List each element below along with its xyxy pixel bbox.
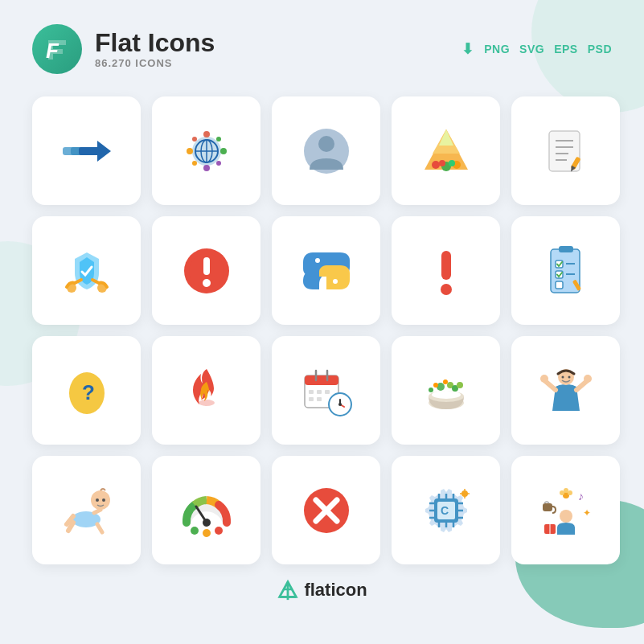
svg-point-125 — [564, 488, 568, 493]
svg-point-77 — [443, 379, 448, 384]
icon-user-avatar — [296, 121, 356, 181]
icon-card-user-avatar[interactable] — [272, 96, 380, 205]
svg-point-97 — [215, 527, 223, 535]
icon-python — [296, 240, 356, 301]
icon-card-calendar-clock[interactable] — [272, 336, 380, 445]
icon-card-task-list[interactable] — [511, 216, 620, 325]
svg-point-26 — [439, 160, 445, 166]
format-svg: SVG — [519, 43, 544, 55]
svg-marker-22 — [439, 129, 453, 146]
svg-point-11 — [187, 148, 193, 154]
svg-rect-47 — [559, 246, 573, 252]
icon-card-stress-person[interactable] — [511, 336, 620, 445]
header-left: F Flat Icons 86.270 ICONS — [32, 24, 215, 74]
svg-point-95 — [191, 527, 199, 535]
icon-card-salad-bowl[interactable] — [392, 336, 500, 445]
icon-security-handshake — [56, 240, 117, 301]
icon-count: 86.270 ICONS — [95, 57, 215, 69]
svg-point-78 — [457, 382, 463, 388]
svg-marker-4 — [97, 141, 111, 162]
svg-point-92 — [102, 498, 105, 502]
icon-card-baby-crawl[interactable] — [32, 456, 141, 564]
svg-text:?: ? — [82, 380, 95, 404]
icon-card-hobbies-person[interactable]: ♪ ✦ — [511, 456, 620, 564]
svg-point-126 — [568, 490, 572, 495]
format-png: PNG — [484, 43, 510, 55]
icon-hobbies-person: ♪ ✦ — [535, 480, 596, 540]
svg-point-42 — [315, 258, 320, 263]
svg-point-127 — [560, 490, 564, 495]
flaticon-logo: flaticon — [277, 579, 367, 601]
footer: flaticon — [32, 579, 612, 601]
svg-point-23 — [432, 161, 440, 169]
svg-line-88 — [94, 510, 100, 513]
svg-rect-40 — [203, 257, 210, 275]
svg-point-15 — [216, 137, 221, 142]
icon-card-question-egg[interactable]: ? — [32, 336, 141, 445]
icon-stress-person — [535, 360, 596, 420]
svg-point-43 — [333, 279, 338, 284]
icon-exclamation — [416, 240, 476, 301]
icon-fire — [176, 360, 236, 420]
svg-point-17 — [216, 161, 221, 166]
format-psd: PSD — [588, 43, 612, 55]
icon-card-food-pyramid[interactable] — [392, 96, 500, 205]
svg-rect-62 — [317, 390, 322, 394]
svg-point-19 — [318, 136, 334, 152]
footer-brand: flaticon — [304, 580, 367, 601]
header: F Flat Icons 86.270 ICONS ⬇ PNG SVG EPS … — [32, 24, 612, 74]
svg-point-41 — [203, 279, 211, 287]
svg-point-82 — [584, 375, 592, 383]
icon-card-cpu-gear[interactable]: C — [392, 456, 500, 564]
svg-text:♪: ♪ — [578, 490, 584, 502]
svg-point-10 — [203, 131, 210, 137]
svg-text:C: C — [441, 504, 449, 517]
svg-point-37 — [97, 283, 107, 293]
icon-card-close-error[interactable] — [272, 456, 380, 564]
icon-cpu-gear: C — [416, 480, 476, 540]
svg-rect-50 — [556, 281, 563, 289]
svg-point-45 — [441, 284, 452, 295]
svg-point-81 — [540, 375, 548, 383]
svg-rect-122 — [543, 503, 552, 511]
icon-card-speedometer[interactable] — [152, 456, 260, 564]
svg-point-36 — [67, 283, 76, 293]
svg-point-84 — [568, 375, 570, 378]
svg-point-83 — [561, 375, 564, 378]
icon-card-global-network[interactable] — [152, 96, 260, 205]
svg-point-12 — [220, 148, 227, 154]
svg-rect-58 — [305, 375, 338, 385]
icon-task-list — [535, 240, 596, 301]
icon-food-pyramid — [416, 121, 476, 181]
svg-point-72 — [432, 391, 461, 399]
icon-calendar-clock — [296, 360, 356, 420]
icon-error-alert — [176, 240, 236, 301]
icon-card-forward-arrow[interactable] — [32, 96, 141, 205]
svg-point-75 — [433, 383, 438, 388]
logo: F — [32, 24, 82, 74]
svg-text:✦: ✦ — [583, 507, 591, 519]
svg-point-79 — [429, 388, 433, 392]
svg-rect-44 — [441, 251, 451, 280]
svg-point-91 — [96, 498, 99, 502]
icon-question-egg: ? — [56, 360, 117, 420]
svg-point-69 — [338, 403, 342, 406]
page-title: Flat Icons — [95, 29, 215, 57]
icon-card-python[interactable] — [272, 216, 380, 325]
icon-card-exclamation[interactable] — [392, 216, 500, 325]
icon-close-error — [296, 480, 356, 540]
icon-card-document-checklist[interactable] — [511, 96, 620, 205]
icon-salad-bowl — [416, 360, 476, 420]
svg-rect-63 — [325, 390, 330, 394]
download-icon: ⬇ — [461, 40, 474, 58]
svg-rect-65 — [317, 397, 322, 401]
flaticon-logo-icon — [277, 579, 299, 601]
svg-point-96 — [203, 529, 211, 537]
icon-card-fire[interactable] — [152, 336, 260, 445]
icon-card-error-alert[interactable] — [152, 216, 260, 325]
svg-point-27 — [449, 160, 455, 166]
icon-card-security-handshake[interactable] — [32, 216, 141, 325]
icon-forward-arrow — [56, 121, 117, 181]
svg-point-85 — [91, 490, 110, 510]
format-eps: EPS — [554, 43, 578, 55]
